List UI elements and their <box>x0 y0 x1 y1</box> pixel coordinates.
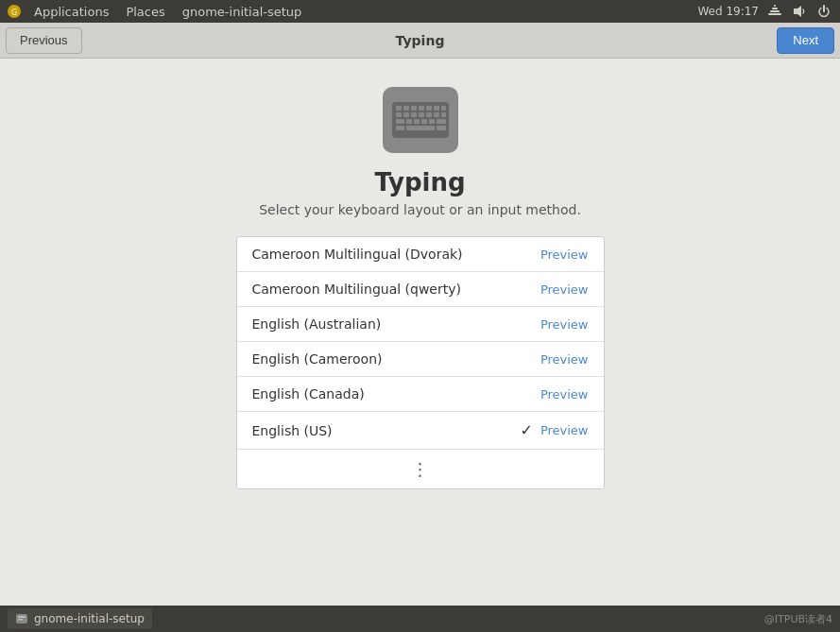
power-icon[interactable] <box>815 3 832 20</box>
menu-applications[interactable]: Applications <box>26 3 116 21</box>
svg-marker-6 <box>794 6 801 17</box>
menu-bar: G Applications Places gnome-initial-setu… <box>0 0 840 23</box>
layout-name: English (Canada) <box>252 386 533 401</box>
svg-rect-28 <box>396 126 404 130</box>
main-content: Typing Select your keyboard layout or an… <box>0 59 840 489</box>
page-subtitle: Select your keyboard layout or an input … <box>259 202 581 217</box>
svg-rect-21 <box>441 112 446 117</box>
preview-link[interactable]: Preview <box>540 387 589 401</box>
page-title: Typing <box>374 168 465 196</box>
svg-rect-19 <box>426 112 432 117</box>
svg-rect-3 <box>770 10 780 12</box>
svg-rect-33 <box>18 619 23 621</box>
titlebar: Previous Typing Next <box>0 23 840 59</box>
keyboard-icon <box>383 87 458 153</box>
taskbar-watermark: @ITPUB读者4 <box>764 612 832 626</box>
svg-rect-11 <box>419 106 424 111</box>
menu-bar-left: G Applications Places gnome-initial-setu… <box>8 3 309 21</box>
menu-bar-right: Wed 19:17 <box>697 0 832 23</box>
svg-rect-30 <box>437 126 446 130</box>
taskbar-app-label: gnome-initial-setup <box>34 612 145 625</box>
taskbar-app-item[interactable]: gnome-initial-setup <box>8 608 152 629</box>
svg-rect-26 <box>429 119 435 124</box>
svg-rect-15 <box>396 112 402 117</box>
layout-row[interactable]: English (Canada)Preview <box>237 377 604 412</box>
volume-icon[interactable] <box>791 3 808 20</box>
window-title: Typing <box>396 33 445 48</box>
menu-places[interactable]: Places <box>118 3 172 21</box>
preview-link[interactable]: Preview <box>540 423 589 437</box>
svg-rect-9 <box>403 106 409 111</box>
svg-rect-24 <box>414 119 420 124</box>
taskbar-app-icon <box>15 612 28 625</box>
layout-row[interactable]: English (US)✓Preview <box>237 412 604 449</box>
svg-rect-10 <box>411 106 417 111</box>
svg-rect-13 <box>434 106 439 111</box>
svg-rect-20 <box>434 112 439 117</box>
preview-link[interactable]: Preview <box>540 248 589 262</box>
svg-rect-12 <box>426 106 432 111</box>
svg-rect-18 <box>419 112 424 117</box>
svg-rect-23 <box>406 119 412 124</box>
layout-selected-check: ✓ <box>520 421 532 439</box>
svg-rect-27 <box>437 119 446 124</box>
layout-row[interactable]: English (Australian)Preview <box>237 307 604 342</box>
preview-link[interactable]: Preview <box>540 282 589 297</box>
svg-rect-25 <box>421 119 427 124</box>
app-menu-icon[interactable]: G <box>8 5 21 18</box>
svg-rect-32 <box>18 616 26 618</box>
menu-app-name[interactable]: gnome-initial-setup <box>175 3 310 21</box>
more-icon: ⋮ <box>412 459 429 479</box>
network-icon[interactable] <box>766 3 783 20</box>
svg-rect-29 <box>406 126 435 130</box>
svg-rect-8 <box>396 106 402 111</box>
more-button[interactable]: ⋮ <box>237 449 604 488</box>
preview-link[interactable]: Preview <box>540 352 589 367</box>
svg-rect-17 <box>411 112 417 117</box>
svg-rect-4 <box>772 8 778 9</box>
layout-name: English (Cameroon) <box>252 351 533 367</box>
preview-link[interactable]: Preview <box>540 317 589 332</box>
svg-text:G: G <box>11 9 17 17</box>
svg-rect-2 <box>768 13 781 15</box>
clock: Wed 19:17 <box>697 5 759 18</box>
layout-name: English (US) <box>252 423 521 438</box>
svg-rect-22 <box>396 119 404 124</box>
svg-rect-5 <box>774 5 776 7</box>
layout-name: Cameroon Multilingual (Dvorak) <box>252 247 533 262</box>
next-button[interactable]: Next <box>777 27 834 54</box>
taskbar: gnome-initial-setup @ITPUB读者4 <box>0 606 840 632</box>
svg-rect-14 <box>441 106 446 111</box>
svg-rect-16 <box>403 112 409 117</box>
previous-button[interactable]: Previous <box>6 27 82 54</box>
layout-list: Cameroon Multilingual (Dvorak)PreviewCam… <box>236 236 605 489</box>
layout-name: Cameroon Multilingual (qwerty) <box>252 282 533 297</box>
layout-row[interactable]: English (Cameroon)Preview <box>237 342 604 377</box>
layout-row[interactable]: Cameroon Multilingual (qwerty)Preview <box>237 272 604 307</box>
layout-name: English (Australian) <box>252 316 533 332</box>
layout-row[interactable]: Cameroon Multilingual (Dvorak)Preview <box>237 237 604 272</box>
